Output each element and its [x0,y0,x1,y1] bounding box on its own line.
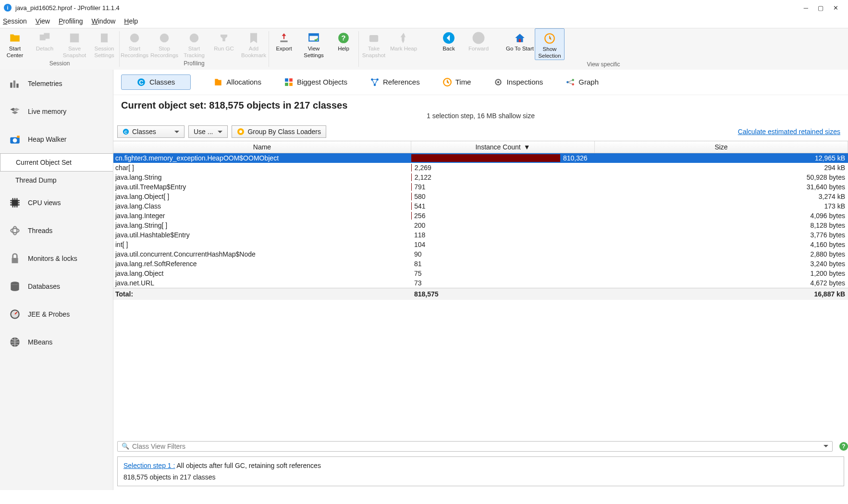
app-icon: i [4,4,12,12]
aggregation-dropdown[interactable]: CClasses [117,125,184,138]
table-row[interactable]: java.lang.String[ ]2008,128 bytes [113,221,848,230]
chevron-down-icon [216,128,222,135]
calculate-retained-sizes-link[interactable]: Calculate estimated retained sizes [738,128,844,135]
cell-size: 12,965 kB [595,154,848,162]
sidebar-item-heap-walker[interactable]: Heap Walker [0,125,113,153]
table-row[interactable]: java.lang.Object[ ]5803,274 kB [113,192,848,201]
svg-rect-20 [16,84,18,88]
folder-icon [8,31,22,45]
sidebar-item-label: Live memory [28,108,66,115]
table-row[interactable]: java.lang.ref.SoftReference813,240 bytes [113,259,848,269]
gauge-icon [8,307,22,321]
table-row[interactable]: java.util.TreeMap$Entry79131,640 bytes [113,182,848,192]
maximize-button[interactable]: ▢ [818,4,823,12]
sidebar-item-thread-dump[interactable]: Thread Dump [0,172,113,189]
tab-inspections[interactable]: Inspections [494,78,543,86]
cell-instance-count: 541 [411,202,595,210]
chip-icon [8,196,22,210]
summary-title: Current object set: 818,575 objects in 2… [121,100,840,111]
tab-graph[interactable]: Graph [566,78,599,86]
close-button[interactable]: ✕ [833,4,838,12]
sidebar-item-monitors-locks[interactable]: Monitors & locks [0,245,113,272]
cell-name: java.lang.ref.SoftReference [113,260,411,268]
menu-help[interactable]: Help [124,17,138,25]
cell-size: 31,640 bytes [595,183,848,191]
use-button[interactable]: Use ... [188,125,228,138]
cell-size: 1,200 bytes [595,270,848,277]
tab-classes[interactable]: CClasses [121,74,191,90]
summary: Current object set: 818,575 objects in 2… [113,95,848,123]
tab-biggest-objects[interactable]: Biggest Objects [284,78,347,86]
bookmark-icon [247,31,260,45]
table-row[interactable]: java.lang.Integer2564,096 bytes [113,211,848,221]
go-to-start-button[interactable]: Go To Start [505,28,535,60]
header-name[interactable]: Name [113,141,411,153]
svg-rect-16 [519,39,521,42]
table-row[interactable]: java.lang.String2,12250,928 bytes [113,172,848,182]
classes-icon: C [137,78,146,86]
selection-step-link[interactable]: Selection step 1 : [123,462,175,469]
filter-help-button[interactable]: ? [839,442,848,451]
sidebar-item-databases[interactable]: Databases [0,272,113,300]
sidebar-item-label: JEE & Probes [28,310,70,318]
sidebar-item-current-object-set[interactable]: Current Object Set [0,153,113,172]
sidebar-item-telemetries[interactable]: Telemetries [0,70,113,98]
menu-window[interactable]: Window [92,17,116,25]
summary-subtitle: 1 selection step, 16 MB shallow size [121,112,840,120]
help-button[interactable]: ?Help [329,28,358,59]
back-button[interactable]: Back [434,28,464,60]
menu-profiling[interactable]: Profiling [59,17,83,25]
cell-size: 2,880 bytes [595,250,848,258]
window-title: java_pid16052.hprof - JProfiler 11.1.4 [15,4,120,12]
table-row[interactable]: java.util.Hashtable$Entry1183,776 bytes [113,230,848,240]
tab-references[interactable]: References [370,78,420,86]
table-row[interactable]: java.net.URL734,672 bytes [113,278,848,288]
class-table: Name Instance Count ▼ Size cn.fighter3.m… [113,141,848,438]
table-row[interactable]: java.lang.Object751,200 bytes [113,269,848,278]
menu-session[interactable]: Session [3,17,27,25]
view-settings-button[interactable]: View Settings [299,28,329,59]
references-icon [370,78,379,86]
export-button[interactable]: Export [269,28,299,59]
filter-input[interactable] [132,443,819,450]
table-row[interactable]: java.util.concurrent.ConcurrentHashMap$N… [113,249,848,259]
controls-row: CClasses Use ... Group By Class Loaders … [113,123,848,141]
sidebar-item-jee-probes[interactable]: JEE & Probes [0,300,113,328]
menu-view[interactable]: View [36,17,50,25]
group-by-classloaders-button[interactable]: Group By Class Loaders [232,125,326,138]
cell-size: 3,274 kB [595,193,848,200]
clock-icon [543,32,556,45]
tab-time[interactable]: Time [443,78,471,86]
table-row[interactable]: java.lang.Class541173 kB [113,201,848,211]
sidebar-item-live-memory[interactable]: Live memory [0,98,113,125]
cell-instance-count: 2,122 [411,173,595,181]
show-selection-button[interactable]: Show Selection [535,28,565,60]
camera-icon [8,132,22,147]
chevron-down-icon[interactable] [822,443,828,450]
table-row[interactable]: cn.fighter3.memory_exception.HeapOOM$OOM… [113,153,848,163]
header-size[interactable]: Size [595,141,848,153]
sidebar-item-cpu-views[interactable]: CPU views [0,189,113,217]
svg-rect-19 [13,80,15,87]
table-row[interactable]: int[ ]1044,160 bytes [113,240,848,249]
tab-allocations[interactable]: Allocations [214,78,261,86]
sidebar-item-label: Threads [28,227,52,234]
svg-rect-35 [289,78,293,82]
cell-size: 173 kB [595,202,848,210]
class-view-filter[interactable]: 🔍 [117,441,833,452]
forward-icon [472,31,485,45]
sidebar-item-mbeans[interactable]: MBeans [0,328,113,356]
stop-recordings-button: Stop Recordings [149,28,179,59]
selection-step-panel: Selection step 1 : All objects after ful… [117,456,844,486]
toolbar-group-profiling: Profiling [184,59,204,69]
minimize-button[interactable]: ─ [804,4,808,12]
sidebar-item-threads[interactable]: Threads [0,217,113,245]
biggest-icon [284,78,293,86]
cell-size: 4,672 bytes [595,279,848,287]
svg-point-4 [130,34,138,42]
table-row[interactable]: char[ ]2,269294 kB [113,163,848,172]
cell-size: 8,128 bytes [595,221,848,229]
start-center-button[interactable]: Start Center [0,28,30,59]
header-instance-count[interactable]: Instance Count ▼ [411,141,595,153]
pin-icon [397,31,410,45]
